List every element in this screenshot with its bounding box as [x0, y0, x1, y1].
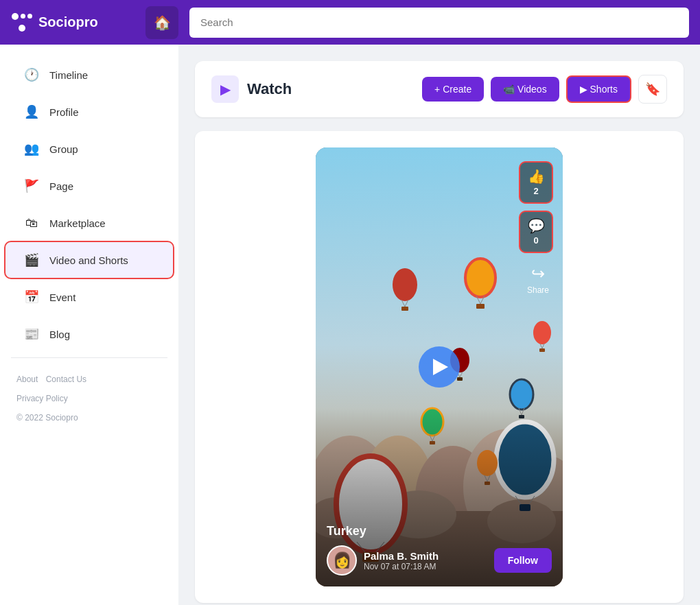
- svg-rect-18: [401, 307, 408, 311]
- about-link[interactable]: About: [16, 375, 38, 384]
- play-button[interactable]: [419, 346, 460, 388]
- share-label: Share: [527, 285, 549, 295]
- contact-link[interactable]: Contact Us: [46, 375, 86, 384]
- short-info: Turkey 👩 Palma B. Smith Nov 07 at 07:18 …: [316, 513, 563, 586]
- sidebar-item-event[interactable]: 📅Event: [5, 279, 173, 315]
- likes-count: 2: [533, 186, 538, 196]
- watch-title: Watch: [247, 80, 292, 98]
- home-icon: 🏠: [154, 14, 171, 31]
- sidebar-item-label-group: Group: [49, 143, 78, 155]
- sidebar-item-label-timeline: Timeline: [49, 69, 88, 81]
- logo-dot-2: [21, 14, 25, 19]
- play-icon: [433, 359, 448, 375]
- sidebar-item-label-event: Event: [49, 292, 75, 303]
- follow-button[interactable]: Follow: [494, 548, 552, 573]
- svg-rect-27: [457, 377, 463, 381]
- follow-button-label: Follow: [508, 555, 538, 566]
- short-video-card: 👍 2 💬 0 ↪ Share Turkey: [316, 147, 563, 586]
- username: Palma B. Smith: [364, 550, 487, 562]
- home-button[interactable]: 🏠: [145, 6, 178, 39]
- watch-title-area: ▶ Watch: [211, 75, 292, 103]
- logo-dot-3: [27, 14, 32, 19]
- layout: 🕐Timeline👤Profile👥Group🚩Page🛍Marketplace…: [0, 45, 700, 605]
- sidebar-item-label-marketplace: Marketplace: [49, 217, 106, 229]
- sidebar-item-group[interactable]: 👥Group: [5, 131, 173, 167]
- main-content: ▶ Watch + Create 📹 Videos ▶ Shorts 🔖: [178, 45, 700, 605]
- timeline-icon: 🕐: [22, 65, 41, 84]
- post-timestamp: Nov 07 at 07:18 AM: [364, 562, 487, 571]
- shorts-button-label: ▶ Shorts: [580, 84, 618, 95]
- page-icon: 🚩: [22, 176, 41, 195]
- bookmark-icon: 🔖: [645, 82, 660, 97]
- create-button[interactable]: + Create: [422, 77, 484, 102]
- like-button[interactable]: 👍 2: [519, 161, 553, 204]
- user-info: Palma B. Smith Nov 07 at 07:18 AM: [364, 550, 487, 571]
- watch-header-card: ▶ Watch + Create 📹 Videos ▶ Shorts 🔖: [195, 61, 684, 117]
- comment-icon: 💬: [527, 217, 545, 234]
- privacy-link[interactable]: Privacy Policy: [16, 394, 68, 403]
- shorts-button[interactable]: ▶ Shorts: [566, 75, 631, 103]
- logo: Sociopro: [11, 12, 135, 34]
- comment-button[interactable]: 💬 0: [519, 211, 553, 253]
- sidebar-item-label-blog: Blog: [49, 329, 70, 340]
- sidebar-item-page[interactable]: 🚩Page: [5, 168, 173, 204]
- sidebar-item-timeline[interactable]: 🕐Timeline: [5, 57, 173, 93]
- sidebar-item-label-profile: Profile: [49, 106, 79, 118]
- sidebar-item-label-video-and-shorts: Video and Shorts: [49, 254, 128, 266]
- sidebar-item-label-page: Page: [49, 180, 73, 192]
- share-button[interactable]: ↪ Share: [527, 264, 549, 296]
- copyright: © 2022 Sociopro: [16, 413, 78, 423]
- top-navigation: Sociopro 🏠: [0, 0, 700, 45]
- create-button-label: + Create: [434, 84, 471, 95]
- videos-button[interactable]: 📹 Videos: [491, 77, 559, 102]
- blog-icon: 📰: [22, 324, 41, 344]
- sidebar: 🕐Timeline👤Profile👥Group🚩Page🛍Marketplace…: [0, 45, 178, 605]
- sidebar-item-blog[interactable]: 📰Blog: [5, 316, 173, 352]
- sidebar-footer: About Contact Us Privacy Policy © 2022 S…: [0, 364, 178, 434]
- sidebar-item-profile[interactable]: 👤Profile: [5, 94, 173, 130]
- videos-button-label: 📹 Videos: [503, 84, 546, 95]
- short-user-row: 👩 Palma B. Smith Nov 07 at 07:18 AM Foll…: [327, 545, 552, 576]
- event-icon: 📅: [22, 287, 41, 307]
- sidebar-item-video-and-shorts[interactable]: 🎬Video and Shorts: [5, 242, 173, 278]
- short-location: Turkey: [327, 524, 552, 538]
- user-avatar: 👩: [327, 545, 357, 576]
- profile-icon: 👤: [22, 102, 41, 121]
- video-container: 👍 2 💬 0 ↪ Share Turkey: [195, 131, 684, 603]
- logo-dot-4: [19, 25, 25, 32]
- sidebar-item-marketplace[interactable]: 🛍Marketplace: [5, 205, 173, 241]
- svg-point-33: [533, 321, 551, 344]
- svg-point-15: [393, 268, 417, 301]
- marketplace-icon: 🛍: [22, 213, 41, 233]
- svg-rect-36: [539, 348, 545, 352]
- sidebar-divider: [11, 357, 167, 358]
- video-and-shorts-icon: 🎬: [22, 250, 41, 270]
- like-icon: 👍: [527, 168, 545, 185]
- app-name: Sociopro: [38, 14, 98, 30]
- logo-dot-1: [12, 13, 19, 20]
- search-input[interactable]: [189, 8, 689, 38]
- logo-icon: [11, 12, 33, 34]
- watch-icon: ▶: [211, 75, 239, 103]
- group-icon: 👥: [22, 139, 41, 158]
- comments-count: 0: [533, 235, 538, 246]
- svg-rect-23: [476, 304, 485, 309]
- bookmark-button[interactable]: 🔖: [638, 75, 667, 104]
- reactions-panel: 👍 2 💬 0: [519, 161, 553, 253]
- watch-actions: + Create 📹 Videos ▶ Shorts 🔖: [422, 75, 667, 104]
- share-icon: ↪: [527, 264, 549, 283]
